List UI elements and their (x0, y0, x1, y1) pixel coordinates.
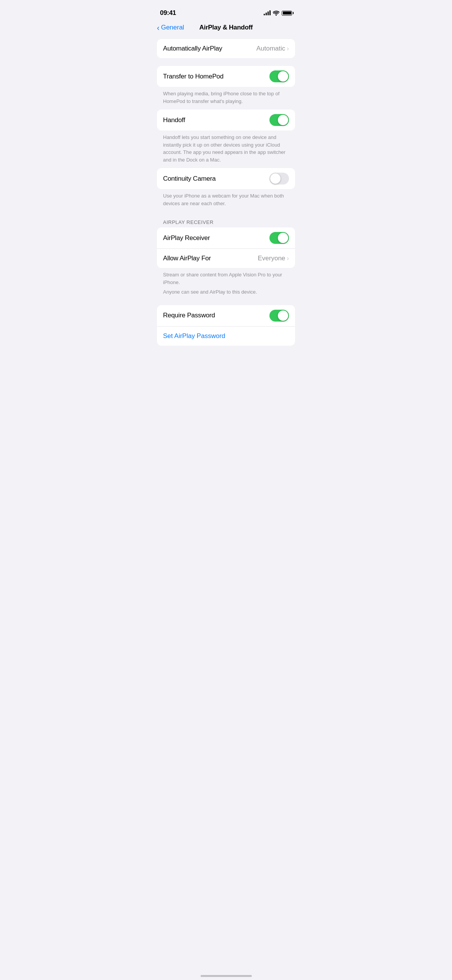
nav-header: ‹ General AirPlay & Handoff (151, 21, 301, 36)
airplay-receiver-row[interactable]: AirPlay Receiver (157, 227, 295, 249)
airplay-receiver-group: AIRPLAY RECEIVER AirPlay Receiver Allow … (157, 216, 295, 297)
page-title: AirPlay & Handoff (199, 24, 253, 31)
require-password-label: Require Password (163, 312, 215, 319)
signal-bars-icon (264, 11, 271, 15)
require-password-row[interactable]: Require Password (157, 305, 295, 327)
status-time: 09:41 (160, 9, 176, 17)
automatically-airplay-value: Automatic (256, 45, 286, 52)
continuity-camera-card: Continuity Camera (157, 168, 295, 189)
allow-airplay-for-value-group: Everyone › (258, 255, 289, 262)
set-airplay-password-row[interactable]: Set AirPlay Password (157, 327, 295, 346)
handoff-row[interactable]: Handoff (157, 109, 295, 131)
toggle-knob (278, 115, 288, 125)
require-password-toggle[interactable] (269, 310, 289, 322)
airplay-receiver-section-header: AIRPLAY RECEIVER (157, 216, 295, 227)
chevron-right-icon: › (287, 255, 289, 262)
transfer-homepod-row[interactable]: Transfer to HomePod (157, 66, 295, 87)
airplay-receiver-label: AirPlay Receiver (163, 234, 210, 242)
status-icons (264, 11, 292, 16)
handoff-label: Handoff (163, 116, 185, 124)
automatically-airplay-label: Automatically AirPlay (163, 45, 222, 52)
automatically-airplay-card: Automatically AirPlay Automatic › (157, 39, 295, 58)
automatically-airplay-group: Automatically AirPlay Automatic › (157, 39, 295, 58)
transfer-homepod-description: When playing media, bring iPhone close t… (157, 87, 295, 106)
handoff-toggle[interactable] (269, 114, 289, 126)
airplay-receiver-card: AirPlay Receiver Allow AirPlay For Every… (157, 227, 295, 268)
toggle-knob (278, 233, 288, 243)
continuity-camera-description: Use your iPhone as a webcam for your Mac… (157, 189, 295, 209)
continuity-camera-toggle[interactable] (269, 173, 289, 185)
back-button[interactable]: ‹ General (157, 24, 184, 31)
allow-airplay-for-label: Allow AirPlay For (163, 255, 211, 262)
settings-content: Automatically AirPlay Automatic › Transf… (151, 36, 301, 356)
automatically-airplay-row[interactable]: Automatically AirPlay Automatic › (157, 39, 295, 58)
airplay-receiver-description1: Stream or share content from Apple Visio… (157, 268, 295, 287)
transfer-homepod-label: Transfer to HomePod (163, 73, 224, 80)
handoff-description: Handoff lets you start something on one … (157, 131, 295, 165)
airplay-receiver-toggle[interactable] (269, 232, 289, 244)
password-group: Require Password Set AirPlay Password (157, 305, 295, 346)
battery-icon (282, 11, 292, 16)
toggle-knob (278, 310, 288, 321)
back-chevron-icon: ‹ (157, 24, 160, 31)
set-airplay-password-button[interactable]: Set AirPlay Password (163, 332, 225, 340)
handoff-card: Handoff (157, 109, 295, 131)
continuity-camera-row[interactable]: Continuity Camera (157, 168, 295, 189)
allow-airplay-for-value: Everyone (258, 255, 286, 262)
chevron-right-icon: › (287, 45, 289, 52)
transfer-homepod-toggle[interactable] (269, 70, 289, 82)
handoff-group: Transfer to HomePod When playing media, … (157, 66, 295, 209)
allow-airplay-for-row[interactable]: Allow AirPlay For Everyone › (157, 249, 295, 268)
status-bar: 09:41 (151, 0, 301, 21)
wifi-icon (273, 11, 279, 16)
continuity-camera-label: Continuity Camera (163, 175, 215, 183)
airplay-receiver-description2: Anyone can see and AirPlay to this devic… (157, 287, 295, 297)
back-label: General (161, 24, 184, 31)
transfer-homepod-card: Transfer to HomePod (157, 66, 295, 87)
toggle-knob (270, 173, 281, 184)
password-card: Require Password Set AirPlay Password (157, 305, 295, 346)
automatically-airplay-value-group: Automatic › (256, 45, 289, 52)
toggle-knob (278, 71, 288, 82)
